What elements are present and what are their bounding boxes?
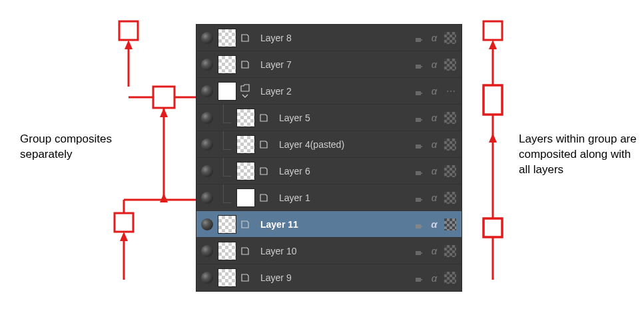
layers-panel[interactable]: Layer 8αLayer 7αLayer 2αLayer 5αLayer 4(… [196, 24, 462, 292]
lock-icon[interactable] [412, 272, 424, 284]
alpha-icon[interactable]: α [428, 85, 440, 97]
layer-row[interactable]: Layer 7α [196, 51, 462, 78]
layer-thumbnail[interactable] [236, 109, 255, 127]
layer-name-label[interactable]: Layer 5 [270, 113, 412, 123]
visibility-toggle[interactable] [196, 32, 218, 44]
visibility-toggle[interactable] [196, 139, 218, 151]
mask-icon[interactable] [444, 59, 456, 71]
mask-icon[interactable] [444, 85, 456, 97]
tree-indent [218, 135, 236, 154]
layer-leaf-icon [239, 33, 251, 43]
lock-icon[interactable] [412, 112, 424, 124]
layer-name-label[interactable]: Layer 7 [251, 59, 412, 70]
layer-name-label[interactable]: Layer 2 [251, 86, 412, 97]
mask-icon[interactable] [444, 245, 456, 257]
alpha-icon[interactable]: α [428, 59, 440, 71]
layer-leaf-icon [258, 140, 270, 149]
layer-row[interactable]: Layer 4(pasted)α [196, 131, 462, 158]
layer-row[interactable]: Layer 6α [196, 158, 462, 184]
visibility-toggle[interactable] [196, 272, 218, 284]
layer-status: α [412, 85, 462, 97]
svg-rect-8 [416, 251, 421, 255]
layer-row[interactable]: Layer 11α [196, 211, 462, 238]
layer-leaf-icon [239, 60, 251, 69]
layer-thumbnail[interactable] [236, 135, 255, 154]
mask-icon[interactable] [444, 112, 456, 124]
layer-row[interactable]: Layer 5α [196, 105, 462, 131]
eye-icon [201, 272, 213, 284]
folder-icon [239, 84, 251, 99]
layer-row[interactable]: Layer 9α [196, 264, 462, 291]
layer-status: α [412, 245, 462, 257]
layer-row[interactable]: Layer 1α [196, 184, 462, 211]
svg-rect-0 [416, 38, 421, 42]
visibility-toggle[interactable] [196, 218, 218, 230]
mask-icon[interactable] [444, 218, 456, 230]
alpha-icon[interactable]: α [428, 165, 440, 177]
layer-name-label[interactable]: Layer 4(pasted) [270, 139, 412, 150]
alpha-icon[interactable]: α [428, 112, 440, 124]
visibility-toggle[interactable] [196, 165, 218, 177]
layer-thumbnail[interactable] [218, 242, 236, 260]
mask-icon[interactable] [444, 192, 456, 204]
layer-thumbnail[interactable] [236, 162, 255, 180]
layer-name-label[interactable]: Layer 6 [270, 166, 412, 176]
layer-thumbnail[interactable] [236, 188, 255, 207]
visibility-toggle[interactable] [196, 59, 218, 71]
lock-icon[interactable] [412, 192, 424, 204]
svg-rect-4 [416, 145, 421, 149]
alpha-icon[interactable]: α [428, 32, 440, 44]
svg-rect-2 [416, 91, 421, 95]
visibility-toggle[interactable] [196, 85, 218, 97]
lock-icon[interactable] [412, 218, 424, 230]
lock-icon[interactable] [412, 32, 424, 44]
layer-name-label[interactable]: Layer 10 [251, 246, 412, 256]
svg-marker-32 [489, 133, 497, 143]
lock-icon[interactable] [412, 85, 424, 97]
layer-leaf-icon [258, 166, 270, 176]
tree-indent [218, 162, 236, 180]
svg-rect-27 [483, 21, 502, 40]
layer-name-label[interactable]: Layer 1 [270, 192, 412, 203]
layer-name-label[interactable]: Layer 9 [251, 272, 412, 283]
visibility-toggle[interactable] [196, 112, 218, 124]
eye-icon [201, 218, 213, 230]
layer-thumbnail[interactable] [218, 55, 236, 74]
layer-leaf-icon [258, 193, 270, 202]
layer-leaf-icon [258, 113, 270, 123]
mask-icon[interactable] [444, 165, 456, 177]
layer-status: α [412, 112, 462, 124]
layer-thumbnail[interactable] [218, 29, 236, 47]
mask-icon[interactable] [444, 32, 456, 44]
svg-rect-7 [416, 224, 421, 228]
lock-icon[interactable] [412, 139, 424, 151]
alpha-icon[interactable]: α [428, 245, 440, 257]
visibility-toggle[interactable] [196, 245, 218, 257]
layer-name-label[interactable]: Layer 8 [251, 33, 412, 43]
visibility-toggle[interactable] [196, 192, 218, 204]
svg-rect-6 [416, 198, 421, 202]
layer-name-label[interactable]: Layer 11 [251, 219, 412, 230]
alpha-icon[interactable]: α [428, 192, 440, 204]
layer-row[interactable]: Layer 2α [196, 78, 462, 105]
layer-row[interactable]: Layer 10α [196, 238, 462, 264]
lock-icon[interactable] [412, 59, 424, 71]
svg-rect-5 [416, 171, 421, 175]
layer-thumbnail[interactable] [218, 268, 236, 287]
layer-status: α [412, 32, 462, 44]
lock-icon[interactable] [412, 245, 424, 257]
svg-marker-17 [160, 108, 168, 117]
mask-icon[interactable] [444, 139, 456, 151]
alpha-icon[interactable]: α [428, 139, 440, 151]
layer-status: α [412, 165, 462, 177]
lock-icon[interactable] [412, 165, 424, 177]
layer-row[interactable]: Layer 8α [196, 25, 462, 51]
svg-marker-23 [120, 232, 128, 241]
alpha-icon[interactable]: α [428, 272, 440, 284]
alpha-icon[interactable]: α [428, 218, 440, 230]
layer-thumbnail[interactable] [218, 82, 236, 101]
svg-rect-21 [115, 213, 133, 232]
mask-icon[interactable] [444, 272, 456, 284]
layer-thumbnail[interactable] [218, 215, 236, 234]
eye-icon [201, 85, 213, 97]
